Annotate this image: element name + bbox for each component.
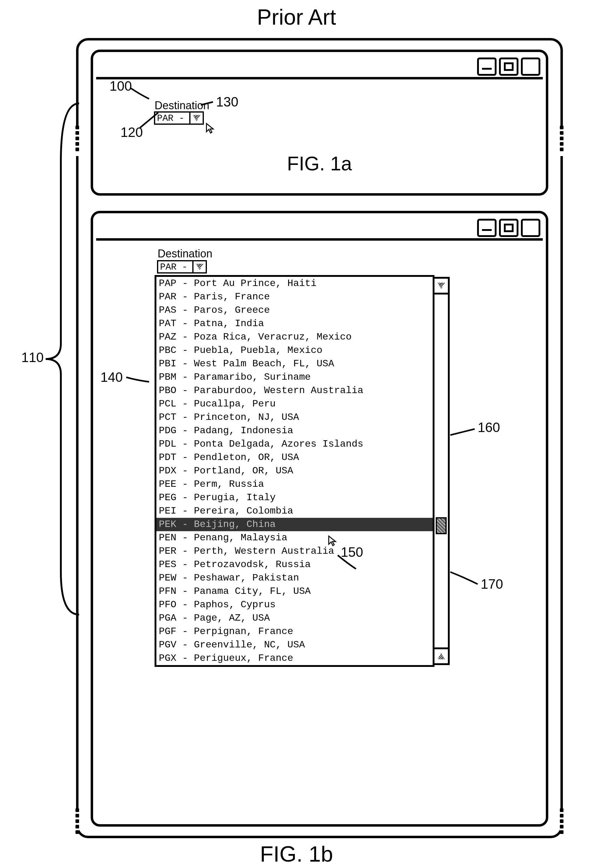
figure-1b-label: FIG. 1b	[0, 841, 593, 867]
callout-130: 130	[216, 94, 238, 109]
callout-120: 120	[121, 125, 143, 140]
callout-170: 170	[481, 577, 503, 592]
bracket-110	[40, 100, 82, 618]
callout-110: 110	[21, 350, 44, 365]
callout-150: 150	[341, 545, 363, 560]
callout-140: 140	[100, 370, 122, 385]
callout-100: 100	[109, 78, 132, 94]
callout-160: 160	[478, 420, 500, 435]
